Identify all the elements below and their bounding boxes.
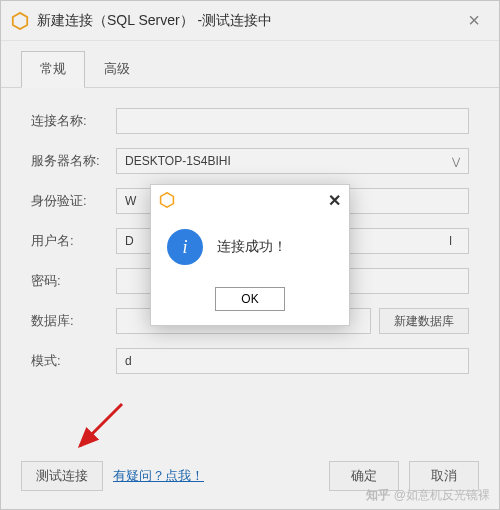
modal-backdrop: ✕ i 连接成功！ OK <box>0 0 500 510</box>
dialog-body: i 连接成功！ <box>151 215 349 279</box>
dialog-titlebar: ✕ <box>151 185 349 215</box>
dialog-app-icon <box>159 192 175 208</box>
dialog-footer: OK <box>151 279 349 325</box>
info-icon: i <box>167 229 203 265</box>
watermark: 知乎 @如意机反光镜裸 <box>366 487 490 504</box>
success-dialog: ✕ i 连接成功！ OK <box>150 184 350 326</box>
dialog-close-icon[interactable]: ✕ <box>328 191 341 210</box>
dialog-message: 连接成功！ <box>217 238 287 256</box>
watermark-brand: 知乎 <box>366 487 390 504</box>
dialog-ok-button[interactable]: OK <box>215 287 285 311</box>
svg-marker-2 <box>161 193 174 207</box>
watermark-author: @如意机反光镜裸 <box>394 487 490 504</box>
